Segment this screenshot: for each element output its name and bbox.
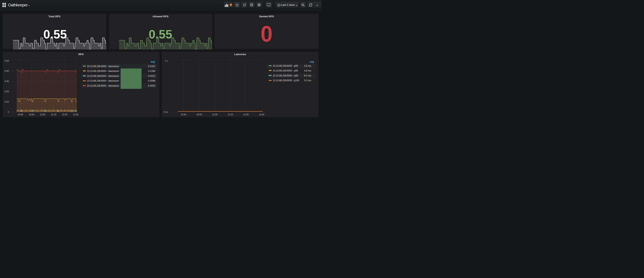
svg-text:11:30: 11:30 [73,113,78,115]
svg-text:0.50: 0.50 [4,59,9,62]
svg-text:10:50: 10:50 [196,113,202,115]
svg-text:0.20: 0.20 [4,90,9,93]
svg-text:10:40: 10:40 [18,113,23,115]
svg-text:0.40: 0.40 [4,70,9,72]
svg-text:0 ns: 0 ns [164,111,168,113]
svg-text:11:10: 11:10 [51,113,56,115]
svg-text:0.10: 0.10 [4,100,9,103]
svg-text:11:00: 11:00 [212,113,218,115]
svg-text:0.30: 0.30 [4,80,9,82]
svg-text:10:40: 10:40 [181,113,186,115]
svg-text:10:50: 10:50 [29,113,34,115]
svg-text:0: 0 [8,111,9,113]
svg-text:11:00: 11:00 [40,113,45,115]
svg-text:11:10: 11:10 [228,113,233,115]
svg-text:11:30: 11:30 [259,113,264,115]
svg-text:11:20: 11:20 [243,113,249,115]
svg-text:1 s: 1 s [165,59,168,62]
svg-text:11:20: 11:20 [62,113,68,115]
